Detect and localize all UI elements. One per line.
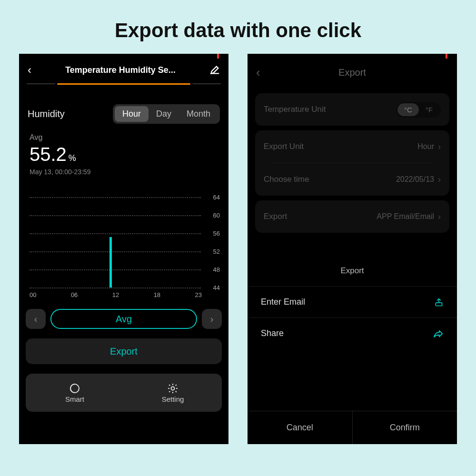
svg-point-1: [171, 387, 175, 390]
app-header: ‹ Temperature Humidity Se...: [19, 54, 228, 81]
y-tick: 56: [205, 230, 220, 237]
section-label: Humidity: [28, 109, 65, 119]
back-icon[interactable]: ‹: [256, 65, 270, 80]
segment-month[interactable]: Month: [179, 106, 218, 122]
upload-icon: [434, 298, 444, 307]
prev-button[interactable]: ‹: [26, 309, 46, 329]
date-range: May 13, 00:00-23:59: [30, 168, 218, 176]
avg-value: 55.2%: [30, 144, 218, 165]
page-title: Export: [270, 67, 434, 78]
settings-card-export-target: Export APP Email/Email›: [255, 200, 449, 233]
status-notch-indicator: [446, 54, 447, 59]
y-tick: 44: [205, 284, 220, 291]
chevron-right-icon: ›: [438, 175, 441, 185]
export-button[interactable]: Export: [26, 338, 222, 364]
settings-card-export: Export Unit Hour› Choose time 2022/05/13…: [255, 130, 449, 196]
svg-rect-2: [436, 302, 442, 306]
back-icon[interactable]: ‹: [28, 63, 31, 77]
avg-label: Avg: [30, 133, 218, 142]
y-tick: 48: [205, 266, 220, 273]
status-notch-indicator: [217, 54, 219, 59]
share-icon: [433, 329, 444, 338]
y-tick: 64: [205, 194, 220, 201]
row-export-target[interactable]: Export APP Email/Email›: [264, 200, 441, 233]
segment-day[interactable]: Day: [149, 106, 179, 122]
confirm-bar: Cancel Confirm: [248, 411, 457, 444]
x-axis: 00 06 12 18 23: [30, 291, 202, 298]
unit-celsius[interactable]: °C: [397, 103, 419, 116]
chevron-right-icon: ›: [438, 212, 441, 222]
humidity-chart: 64 60 56 52 48 44: [30, 197, 220, 288]
bottom-tab-bar: Smart Setting: [26, 374, 222, 412]
unit-fahrenheit[interactable]: °F: [419, 103, 439, 116]
y-tick: 52: [205, 248, 220, 255]
page-title: Temperature Humidity Se...: [65, 65, 176, 75]
settings-card-temp-unit: Temperature Unit °C °F: [255, 93, 449, 126]
phone-right: ‹ Export Temperature Unit °C °F Export U…: [248, 54, 457, 444]
row-export-unit[interactable]: Export Unit Hour›: [264, 130, 441, 163]
sheet-enter-email[interactable]: Enter Email: [248, 286, 457, 317]
row-label: Temperature Unit: [264, 105, 326, 114]
cancel-button[interactable]: Cancel: [248, 411, 352, 444]
edit-icon[interactable]: [209, 65, 220, 75]
gear-icon: [167, 383, 178, 394]
smart-icon: [69, 383, 80, 394]
sheet-share[interactable]: Share: [248, 317, 457, 349]
sheet-title: Export: [248, 252, 457, 286]
chevron-right-icon: ›: [438, 142, 441, 152]
tab-smart[interactable]: Smart: [26, 374, 124, 412]
export-header: ‹ Export: [248, 54, 457, 89]
segment-hour[interactable]: Hour: [115, 106, 149, 122]
time-range-segmented[interactable]: Hour Day Month: [113, 104, 220, 124]
row-choose-time[interactable]: Choose time 2022/05/13›: [264, 163, 441, 196]
next-button[interactable]: ›: [202, 309, 222, 329]
y-tick: 60: [205, 212, 220, 219]
headline: Export data with one click: [0, 0, 476, 54]
chart-bar: [109, 237, 112, 288]
avg-button[interactable]: Avg: [50, 309, 197, 329]
phone-left: ‹ Temperature Humidity Se... Humidity Ho…: [19, 54, 228, 444]
temperature-unit-toggle[interactable]: °C °F: [396, 102, 441, 118]
tab-setting[interactable]: Setting: [124, 374, 222, 412]
confirm-button[interactable]: Confirm: [352, 411, 457, 444]
